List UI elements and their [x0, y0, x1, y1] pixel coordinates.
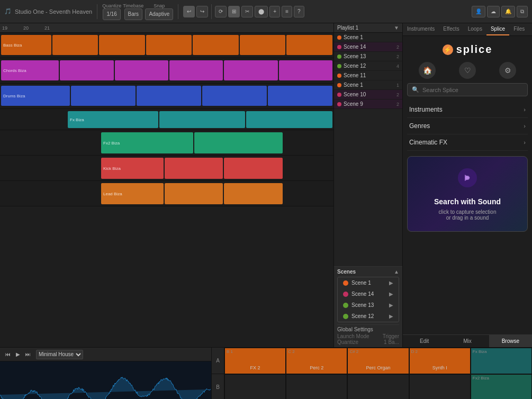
undo-btn[interactable]: ↩	[183, 6, 195, 17]
tab-loops[interactable]: Loops	[464, 23, 486, 35]
pad-b-4[interactable]	[409, 374, 471, 399]
record-btn[interactable]: ⬤	[255, 6, 268, 17]
scene-item-4[interactable]: Scene 12 4	[334, 61, 402, 71]
sd-item-3[interactable]: Scene 13 ▶	[338, 300, 399, 311]
pad-b1[interactable]: B 1 FX 2	[224, 348, 286, 374]
row-label-b: B	[212, 374, 224, 399]
instrument-header: ⏮ ▶ ⏭ Minimal House	[0, 348, 211, 361]
punch-btn[interactable]: ✂	[241, 6, 253, 17]
timebase-btn[interactable]: Bars	[124, 8, 143, 20]
help-btn[interactable]: ?	[294, 6, 304, 17]
playlist-header: Playlist 1 ▼	[334, 23, 402, 33]
splice-search-box: 🔍	[407, 83, 528, 96]
pad-d2-label: D 2	[410, 348, 470, 355]
fx-clip-label: Fx Biza	[70, 117, 84, 122]
sd-play-1: ▶	[389, 280, 393, 286]
quantize-btn[interactable]: 1/16	[103, 8, 120, 20]
global-settings[interactable]: Global Settings	[337, 327, 373, 332]
pad-c2[interactable]: C 2 Perc 2	[286, 348, 347, 374]
scene-color-6	[337, 83, 341, 87]
bell-btn[interactable]: 🔔	[501, 6, 515, 17]
splice-bottom-btns: Edit Mix Browse	[403, 334, 532, 347]
splice-cinematic-section[interactable]: Cinematic FX ›	[407, 134, 528, 151]
scene-item-3[interactable]: Scene 13 2	[334, 52, 402, 61]
splice-logo: ⚡ splice	[407, 40, 528, 59]
scene-list[interactable]: Scene 1 Scene 14 2 Scene 13 2 Scene 12 4…	[334, 33, 402, 266]
splice-genres-section[interactable]: Genres ›	[407, 118, 528, 134]
sd-dot-4	[343, 314, 348, 319]
settings-icon-btn[interactable]: ⚙	[499, 62, 516, 79]
scene-panel: Playlist 1 ▼ Scene 1 Scene 14 2 Scene 13…	[333, 23, 402, 347]
sd-item-1[interactable]: Scene 1 ▶	[338, 277, 399, 288]
preset-select[interactable]: Minimal House	[36, 350, 83, 359]
track-scroll[interactable]: Bass Biza Chords Biza	[0, 33, 333, 347]
scene-color-3	[337, 55, 341, 59]
tab-effects[interactable]: Effects	[439, 23, 463, 35]
play-btn[interactable]: ▶	[14, 350, 22, 358]
pad-b-2[interactable]	[286, 374, 347, 399]
row-label-a: A	[212, 348, 224, 374]
edit-btn[interactable]: Edit	[403, 335, 446, 347]
search-sound-title: Search with Sound	[418, 197, 517, 206]
heart-icon-btn[interactable]: ♡	[459, 62, 476, 79]
sd-item-2[interactable]: Scene 14 ▶	[338, 288, 399, 300]
scene-color-7	[337, 93, 341, 97]
search-with-sound-box[interactable]: Search with Sound click to capture selec…	[407, 156, 528, 232]
kick-clip-label: Kick Biza	[103, 166, 121, 171]
tab-files[interactable]: Files	[509, 23, 529, 35]
scene-name-4: Scene 12	[344, 63, 396, 69]
sd-dot-2	[343, 292, 348, 297]
scene-count-8: 2	[396, 102, 399, 107]
cloud-btn[interactable]: ☁	[487, 6, 500, 17]
snap-label: Snap	[154, 3, 165, 8]
pad-d2[interactable]: D 2 Synth I	[409, 348, 471, 374]
mix-btn[interactable]: Mix	[446, 335, 489, 347]
sd-play-3: ▶	[389, 302, 393, 308]
grid-btn[interactable]: ⊞	[228, 6, 240, 17]
scene-item-7[interactable]: Scene 10 2	[334, 90, 402, 99]
scene-item-2[interactable]: Scene 14 2	[334, 42, 402, 52]
pad-fx-biza[interactable]: Fx Biza	[471, 348, 532, 374]
tab-instruments[interactable]: Instruments	[403, 23, 439, 35]
browse-btn[interactable]: Browse	[489, 335, 532, 347]
browser-btn[interactable]: ≡	[282, 6, 292, 17]
scene-count-6: 1	[396, 83, 399, 88]
plus-btn[interactable]: +	[269, 6, 280, 17]
arrange-area: 19 20 21 Bass Biza	[0, 23, 333, 347]
home-icon-btn[interactable]: 🏠	[419, 62, 436, 79]
scenes-section-label: Scenes ▲ Scene 1 ▶ Scene 14 ▶ Scene 13	[334, 266, 402, 347]
bar-val: 1 Ba...	[384, 339, 399, 345]
user-btn[interactable]: 👤	[472, 6, 485, 17]
pad-b-3[interactable]	[347, 374, 409, 399]
plugin-btn[interactable]: ⧉	[517, 6, 528, 17]
track-row-drums: Drums Biza	[0, 84, 333, 109]
quantize-row: Quantize 1 Ba...	[337, 339, 399, 345]
scene-name-2: Scene 14	[344, 44, 396, 50]
splice-search-input[interactable]	[422, 87, 523, 93]
track-row-chords: Chords Biza	[0, 58, 333, 84]
scene-count-4: 4	[396, 64, 399, 69]
prev-btn[interactable]: ⏮	[3, 350, 13, 358]
sd-item-4[interactable]: Scene 12 ▶	[338, 311, 399, 322]
loop-btn[interactable]: ⟳	[215, 6, 227, 17]
bottom-section: ⏮ ▶ ⏭ Minimal House Reverse Normalize Ba…	[0, 347, 532, 399]
tab-splice[interactable]: Splice	[486, 23, 509, 35]
ruler-mark: 19	[2, 25, 7, 31]
scene-color-8	[337, 102, 341, 106]
tab-cloud[interactable]: Cloud	[529, 23, 532, 35]
main-area: 19 20 21 Bass Biza	[0, 23, 532, 347]
pad-b-1[interactable]	[224, 374, 286, 399]
redo-btn[interactable]: ↪	[196, 6, 208, 17]
pad-cs2[interactable]: C# 2 Perc Organ	[347, 348, 409, 374]
scene-count-7: 2	[396, 92, 399, 97]
scene-item-5[interactable]: Scene 11	[334, 71, 402, 80]
pad-fx2-biza[interactable]: Fx2 Biza	[471, 374, 532, 399]
scene-item-1[interactable]: Scene 1	[334, 33, 402, 42]
scene-name-6: Scene 1	[344, 82, 396, 88]
cinematic-chevron: ›	[524, 139, 526, 146]
scene-item-8[interactable]: Scene 9 2	[334, 99, 402, 109]
next-btn[interactable]: ⏭	[23, 350, 33, 358]
splice-instruments-section[interactable]: Instruments ›	[407, 102, 528, 118]
scene-item-6[interactable]: Scene 1 1	[334, 80, 402, 90]
snap-btn[interactable]: Adaptive	[145, 8, 173, 20]
